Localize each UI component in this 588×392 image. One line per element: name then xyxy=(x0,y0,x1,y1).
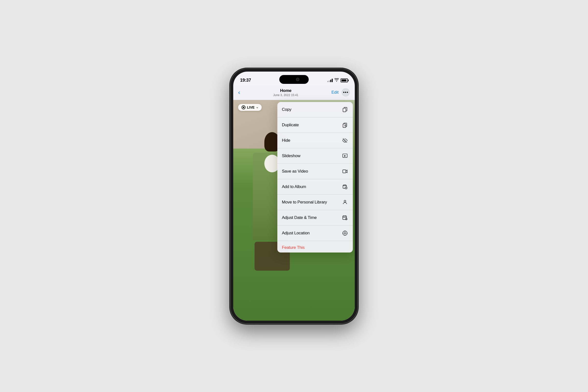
slideshow-icon xyxy=(341,152,348,159)
live-circle-icon xyxy=(242,106,246,109)
battery-icon xyxy=(340,78,348,82)
duplicate-icon xyxy=(341,122,348,128)
menu-item-personal-library[interactable]: Move to Personal Library xyxy=(277,195,353,210)
menu-label-hide: Hide xyxy=(282,138,290,143)
more-dots-icon: ••• xyxy=(343,90,348,95)
location-icon xyxy=(341,230,348,236)
edit-button[interactable]: Edit xyxy=(331,90,339,95)
menu-item-adjust-location[interactable]: Adjust Location xyxy=(277,226,353,241)
menu-label-adjust-datetime: Adjust Date & Time xyxy=(282,215,316,220)
context-menu: Copy Duplicate xyxy=(277,102,353,252)
menu-item-duplicate[interactable]: Duplicate xyxy=(277,118,353,133)
menu-label-personal-library: Move to Personal Library xyxy=(282,200,327,205)
status-icons xyxy=(327,78,348,82)
status-time: 19:37 xyxy=(240,78,251,83)
svg-point-23 xyxy=(344,232,346,234)
more-button[interactable]: ••• xyxy=(341,88,350,96)
menu-label-slideshow: Slideshow xyxy=(282,154,300,158)
menu-item-save-video[interactable]: Save as Video xyxy=(277,164,353,179)
nav-center: Home June 3, 2022 15:41 xyxy=(240,88,331,97)
menu-item-slideshow[interactable]: Slideshow xyxy=(277,148,353,164)
add-album-icon xyxy=(341,183,348,190)
nav-right: Edit ••• xyxy=(331,88,350,96)
wifi-icon xyxy=(334,78,339,82)
nav-subtitle: June 3, 2022 15:41 xyxy=(240,94,331,97)
menu-item-adjust-datetime[interactable]: Adjust Date & Time xyxy=(277,210,353,226)
live-chevron-icon: ⌄ xyxy=(256,106,258,109)
nav-title: Home xyxy=(240,88,331,93)
camera-dot xyxy=(296,78,299,81)
menu-label-duplicate: Duplicate xyxy=(282,122,299,128)
live-badge[interactable]: LIVE ⌄ xyxy=(238,104,262,111)
back-chevron-icon: ‹ xyxy=(238,90,240,95)
back-button[interactable]: ‹ xyxy=(238,90,240,95)
photo-container: LIVE ⌄ Copy xyxy=(233,100,355,321)
svg-point-14 xyxy=(344,200,346,202)
menu-item-add-album[interactable]: Add to Album xyxy=(277,179,353,195)
menu-label-copy: Copy xyxy=(282,107,291,112)
menu-item-hide[interactable]: Hide xyxy=(277,133,353,148)
person-icon xyxy=(341,199,348,206)
svg-marker-7 xyxy=(344,155,346,157)
video-icon xyxy=(341,168,348,175)
svg-rect-10 xyxy=(344,184,346,186)
phone-device: 19:37 xyxy=(230,69,358,324)
menu-label-add-album: Add to Album xyxy=(282,184,306,189)
signal-icon xyxy=(327,79,333,82)
menu-item-feature[interactable]: Feature This xyxy=(277,241,353,252)
status-bar: 19:37 xyxy=(233,72,355,86)
menu-label-feature: Feature This xyxy=(282,245,304,250)
menu-item-copy[interactable]: Copy xyxy=(277,102,353,118)
phone-screen: 19:37 xyxy=(233,72,355,321)
live-label: LIVE xyxy=(247,106,255,109)
svg-rect-8 xyxy=(343,170,346,173)
menu-label-adjust-location: Adjust Location xyxy=(282,231,309,236)
hide-icon xyxy=(341,137,348,144)
dynamic-island xyxy=(279,75,309,84)
calendar-icon xyxy=(341,214,348,221)
copy-icon xyxy=(341,106,348,113)
svg-rect-1 xyxy=(343,108,346,112)
menu-label-save-video: Save as Video xyxy=(282,169,308,174)
nav-bar: ‹ Home June 3, 2022 15:41 Edit ••• xyxy=(233,86,355,100)
